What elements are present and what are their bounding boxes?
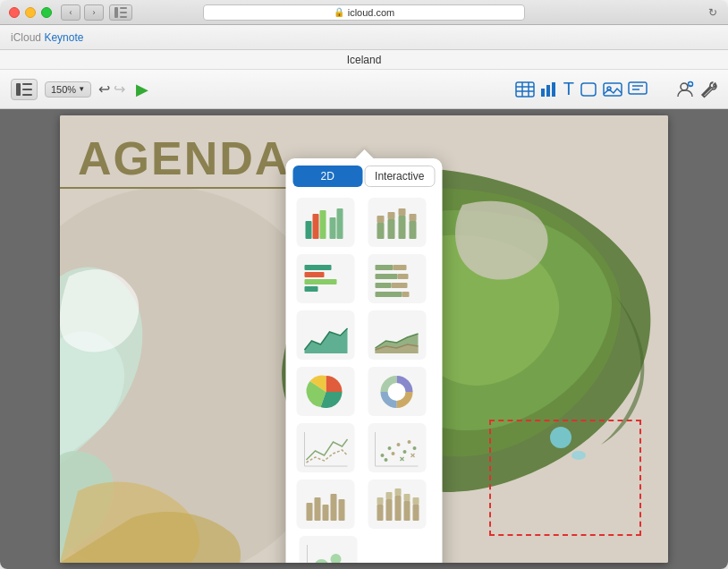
toolbar: 150% ▼ ↩ ↪ ▶ T	[0, 70, 728, 109]
svg-rect-30	[312, 214, 318, 239]
svg-rect-35	[377, 216, 385, 223]
svg-rect-47	[394, 265, 407, 270]
svg-rect-79	[377, 497, 384, 505]
chart-pie[interactable]	[297, 367, 355, 416]
svg-rect-81	[386, 492, 393, 499]
shape-button[interactable]	[580, 81, 597, 98]
svg-rect-39	[399, 208, 406, 216]
chart-bar-stacked2[interactable]	[368, 480, 426, 529]
svg-rect-77	[338, 499, 344, 521]
main-area: AGENDA 2D Interactive	[0, 109, 728, 569]
svg-rect-73	[306, 503, 312, 521]
svg-rect-48	[376, 274, 398, 279]
chart-grid	[286, 194, 443, 563]
close-button[interactable]	[9, 7, 20, 18]
svg-rect-51	[392, 283, 408, 288]
panel-toggle-button[interactable]	[11, 79, 38, 100]
svg-text:+: +	[689, 82, 691, 88]
chart-type-picker: 2D Interactive	[286, 158, 443, 563]
chart-area-stacked[interactable]	[368, 310, 426, 360]
sidebar-toggle-button[interactable]	[109, 4, 132, 21]
svg-rect-19	[629, 82, 647, 94]
tab-2d-button[interactable]: 2D	[293, 166, 363, 187]
svg-rect-78	[377, 505, 384, 521]
svg-rect-1	[120, 7, 127, 9]
traffic-lights	[9, 7, 52, 18]
svg-rect-44	[304, 279, 336, 284]
svg-rect-0	[114, 7, 118, 18]
chart-donut[interactable]	[368, 367, 426, 416]
table-button[interactable]	[515, 81, 535, 98]
svg-point-56	[388, 383, 406, 401]
svg-point-66	[408, 440, 411, 444]
svg-rect-2	[120, 12, 127, 13]
chart-tab-row: 2D Interactive	[286, 158, 443, 194]
svg-point-65	[403, 450, 407, 454]
svg-rect-85	[404, 494, 411, 501]
svg-rect-3	[120, 16, 127, 18]
svg-rect-43	[304, 272, 324, 277]
url-bar[interactable]: 🔒 icloud.com	[203, 4, 525, 21]
svg-rect-13	[541, 89, 545, 97]
chart-area[interactable]	[297, 310, 355, 360]
chart-line[interactable]	[297, 423, 355, 472]
svg-rect-7	[22, 94, 32, 96]
url-text: icloud.com	[348, 7, 395, 18]
zoom-chevron: ▼	[78, 85, 85, 93]
svg-point-67	[413, 446, 417, 450]
collaborate-button[interactable]: +	[674, 81, 694, 98]
svg-rect-31	[319, 210, 326, 239]
svg-rect-38	[399, 216, 406, 239]
svg-rect-41	[410, 214, 417, 221]
wrench-button[interactable]	[699, 81, 717, 98]
chart-scatter[interactable]	[368, 423, 426, 472]
icloud-label: iCloud	[11, 31, 41, 44]
svg-rect-49	[398, 274, 409, 279]
minimize-button[interactable]	[25, 7, 36, 18]
slide-canvas[interactable]: AGENDA 2D Interactive	[60, 115, 668, 563]
svg-rect-4	[16, 83, 21, 96]
comment-button[interactable]	[628, 81, 648, 98]
svg-rect-5	[22, 83, 32, 85]
lock-icon: 🔒	[334, 7, 344, 17]
maximize-button[interactable]	[41, 7, 52, 18]
zoom-selector[interactable]: 150% ▼	[45, 81, 91, 98]
chart-bar-grouped[interactable]	[297, 198, 355, 247]
chart-bar-stacked[interactable]	[368, 198, 426, 247]
app-window: ‹ › 🔒 icloud.com ↻ iCloud Keynote Icelan…	[0, 0, 728, 569]
selection-rectangle[interactable]	[489, 420, 641, 536]
svg-rect-34	[377, 223, 385, 239]
redo-button[interactable]: ↪	[114, 81, 125, 98]
chart-bar-h-stacked[interactable]	[368, 254, 426, 303]
chart-bar-single[interactable]	[297, 480, 355, 529]
chart-bar-h-grouped[interactable]	[297, 254, 355, 303]
agenda-title: AGENDA	[78, 132, 290, 185]
svg-rect-46	[376, 265, 394, 270]
svg-point-63	[385, 458, 388, 462]
chart-bubble[interactable]	[300, 536, 358, 563]
svg-rect-8	[516, 82, 534, 97]
svg-rect-16	[581, 83, 596, 96]
zoom-value: 150%	[51, 84, 76, 95]
svg-rect-52	[376, 292, 402, 297]
back-button[interactable]: ‹	[61, 4, 80, 21]
svg-rect-50	[376, 283, 392, 288]
chart-button[interactable]	[540, 81, 558, 98]
svg-rect-82	[395, 496, 402, 521]
keynote-label[interactable]: Keynote	[44, 31, 83, 44]
svg-rect-83	[395, 488, 402, 496]
svg-point-90	[314, 559, 328, 564]
svg-rect-87	[413, 497, 419, 505]
svg-rect-42	[304, 265, 331, 270]
reload-button[interactable]: ↻	[708, 6, 717, 19]
forward-button[interactable]: ›	[84, 4, 104, 21]
play-button[interactable]: ▶	[136, 80, 148, 99]
undo-button[interactable]: ↩	[98, 81, 110, 98]
svg-rect-84	[404, 501, 411, 521]
svg-rect-6	[22, 89, 32, 90]
media-button[interactable]	[603, 81, 622, 98]
svg-rect-14	[546, 85, 550, 97]
tab-interactive-button[interactable]: Interactive	[364, 166, 436, 187]
text-button[interactable]: T	[563, 79, 574, 99]
titlebar: ‹ › 🔒 icloud.com ↻	[0, 0, 728, 25]
